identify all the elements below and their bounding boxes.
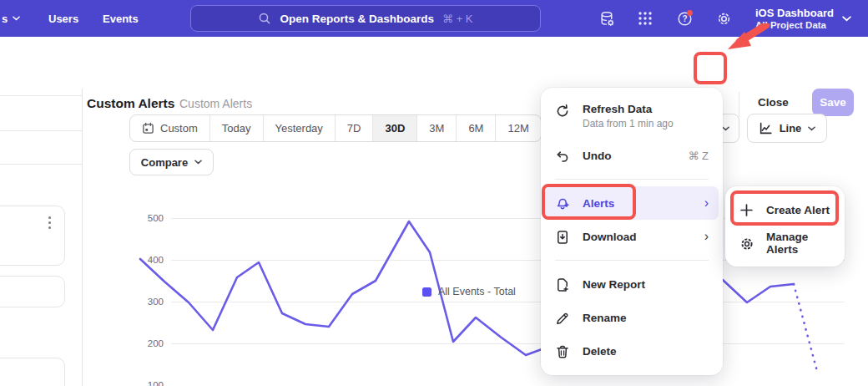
date-range-12m[interactable]: 12M <box>496 115 540 141</box>
project-name: iOS Dashboard <box>755 7 834 19</box>
submenu-item-manage-alerts[interactable]: Manage Alerts <box>729 226 840 260</box>
pencil-icon <box>555 310 571 326</box>
svg-text:?: ? <box>682 14 687 23</box>
chevron-down-icon <box>808 126 815 131</box>
compare-button[interactable]: Compare <box>129 149 214 175</box>
menu-item-new-report[interactable]: New Report <box>545 267 719 301</box>
nav-truncated-label: s <box>2 13 8 25</box>
submenu-item-create-alert[interactable]: Create Alert <box>729 193 840 226</box>
chart-type-button[interactable]: Line <box>747 114 827 143</box>
global-search-input[interactable]: Open Reports & Dashboards ⌘ + K <box>190 5 541 32</box>
menu-item-refresh-data[interactable]: Refresh Data Data from 1 min ago <box>545 95 719 139</box>
menu-item-label: Download <box>583 231 693 243</box>
calendar-icon <box>142 122 154 135</box>
legend-swatch <box>422 287 431 297</box>
menu-separator <box>555 260 709 261</box>
data-management-icon[interactable] <box>591 0 623 37</box>
app-window: s Users Events Open Reports & Dashboards… <box>0 0 868 386</box>
submenu-caret-icon: › <box>704 230 709 243</box>
date-range-custom[interactable]: Custom <box>130 115 210 141</box>
project-subtitle: All Project Data <box>755 19 834 31</box>
menu-item-label: Rename <box>583 312 709 324</box>
chevron-down-icon <box>842 16 851 22</box>
search-icon <box>258 12 271 25</box>
bell-plus-icon <box>555 196 571 211</box>
menu-item-sublabel: Data from 1 min ago <box>583 118 709 130</box>
search-shortcut: ⌘ + K <box>442 13 473 25</box>
gear-icon[interactable] <box>708 0 739 37</box>
chevron-down-icon <box>13 16 20 21</box>
chevron-down-icon <box>722 126 729 131</box>
gear-icon <box>739 236 755 251</box>
date-range-yesterday[interactable]: Yesterday <box>264 115 336 141</box>
project-switcher[interactable]: iOS Dashboard All Project Data <box>755 0 851 37</box>
menu-item-download[interactable]: Download › <box>545 220 719 253</box>
menu-item-label: Undo <box>583 150 676 162</box>
nav-item-events[interactable]: Events <box>103 0 139 37</box>
plus-icon <box>739 202 755 217</box>
nav-item-users[interactable]: Users <box>48 0 78 37</box>
download-file-icon <box>555 229 571 245</box>
chevron-down-icon <box>194 160 202 165</box>
menu-item-label: Manage Alerts <box>766 231 830 256</box>
new-report-icon <box>555 277 571 292</box>
search-placeholder: Open Reports & Dashboards <box>280 13 434 25</box>
submenu-caret-icon: › <box>704 196 709 210</box>
menu-item-delete[interactable]: Delete <box>545 334 719 368</box>
context-menu: Refresh Data Data from 1 min ago Undo ⌘ … <box>541 88 723 375</box>
menu-item-rename[interactable]: Rename <box>545 301 719 334</box>
apps-grid-icon[interactable] <box>629 0 661 37</box>
nav-item-truncated[interactable]: s <box>2 0 20 37</box>
menu-separator <box>555 179 709 180</box>
menu-item-label: Delete <box>583 345 709 358</box>
menu-item-undo[interactable]: Undo ⌘ Z <box>545 139 719 172</box>
undo-icon <box>555 148 571 164</box>
top-navigation-bar: s Users Events Open Reports & Dashboards… <box>0 0 868 37</box>
menu-item-label: Create Alert <box>766 204 830 216</box>
trash-icon <box>555 343 571 359</box>
help-icon[interactable]: ? <box>669 0 701 37</box>
menu-item-shortcut: ⌘ Z <box>688 150 709 162</box>
date-range-7d[interactable]: 7D <box>336 115 374 141</box>
chart-legend[interactable]: All Events - Total <box>422 286 516 297</box>
date-range-today[interactable]: Today <box>210 115 264 141</box>
date-range-30d[interactable]: 30D <box>373 115 417 141</box>
legend-label: All Events - Total <box>438 286 516 297</box>
date-range-3m[interactable]: 3M <box>417 115 457 141</box>
refresh-icon <box>555 103 571 119</box>
menu-item-label: Alerts <box>583 197 693 210</box>
menu-item-label: New Report <box>583 278 709 291</box>
line-chart-icon <box>759 121 773 135</box>
menu-item-alerts[interactable]: Alerts › <box>545 186 719 220</box>
alerts-submenu: Create Alert Manage Alerts <box>725 186 845 267</box>
menu-item-label: Refresh Data <box>583 103 709 115</box>
date-range-control: Custom Today Yesterday 7D 30D 3M 6M 12M <box>129 114 542 142</box>
report-header: Custom Alerts Custom Alerts GV Duplicate… <box>0 37 868 89</box>
date-range-6m[interactable]: 6M <box>457 115 496 141</box>
